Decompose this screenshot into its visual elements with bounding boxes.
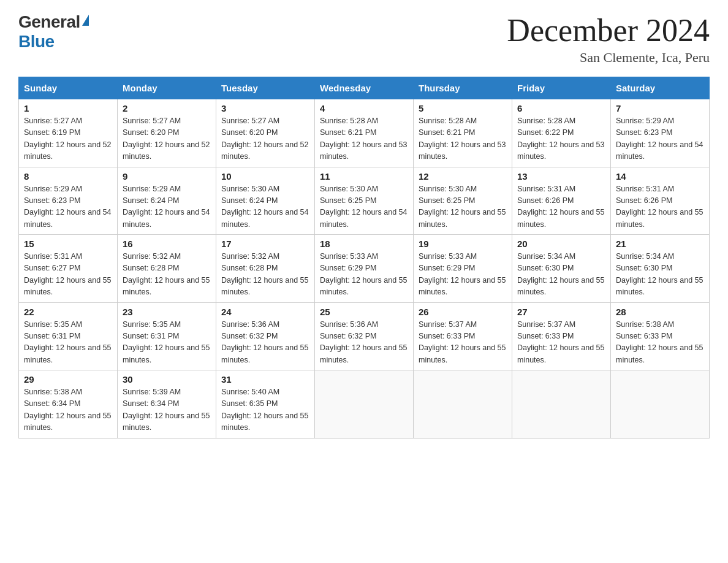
day-number: 22 xyxy=(24,307,112,317)
day-number: 5 xyxy=(419,103,507,113)
calendar-week-row: 8Sunrise: 5:29 AMSunset: 6:23 PMDaylight… xyxy=(19,167,710,235)
table-row: 5Sunrise: 5:28 AMSunset: 6:21 PMDaylight… xyxy=(414,99,512,167)
day-number: 24 xyxy=(221,307,309,317)
day-info: Sunrise: 5:28 AMSunset: 6:22 PMDaylight:… xyxy=(517,115,605,163)
col-saturday: Saturday xyxy=(611,77,710,99)
day-info: Sunrise: 5:30 AMSunset: 6:25 PMDaylight:… xyxy=(320,183,408,231)
table-row: 25Sunrise: 5:36 AMSunset: 6:32 PMDayligh… xyxy=(315,302,414,370)
day-number: 19 xyxy=(419,239,507,249)
table-row: 26Sunrise: 5:37 AMSunset: 6:33 PMDayligh… xyxy=(414,302,512,370)
day-info: Sunrise: 5:31 AMSunset: 6:26 PMDaylight:… xyxy=(517,183,605,231)
location-title: San Clemente, Ica, Peru xyxy=(507,50,710,66)
logo-triangle-icon xyxy=(82,15,89,26)
table-row: 12Sunrise: 5:30 AMSunset: 6:25 PMDayligh… xyxy=(414,167,512,235)
table-row xyxy=(315,370,414,439)
day-number: 28 xyxy=(616,307,704,317)
calendar-header-row: Sunday Monday Tuesday Wednesday Thursday… xyxy=(19,77,710,99)
day-info: Sunrise: 5:32 AMSunset: 6:28 PMDaylight:… xyxy=(221,251,309,299)
day-info: Sunrise: 5:29 AMSunset: 6:24 PMDaylight:… xyxy=(123,183,211,231)
day-number: 26 xyxy=(419,307,507,317)
day-number: 10 xyxy=(221,171,309,182)
table-row: 6Sunrise: 5:28 AMSunset: 6:22 PMDaylight… xyxy=(512,99,611,167)
calendar-week-row: 15Sunrise: 5:31 AMSunset: 6:27 PMDayligh… xyxy=(19,235,710,303)
table-row: 31Sunrise: 5:40 AMSunset: 6:35 PMDayligh… xyxy=(216,370,315,439)
day-info: Sunrise: 5:31 AMSunset: 6:26 PMDaylight:… xyxy=(616,183,704,231)
day-number: 31 xyxy=(221,374,309,385)
table-row: 11Sunrise: 5:30 AMSunset: 6:25 PMDayligh… xyxy=(315,167,414,235)
table-row: 4Sunrise: 5:28 AMSunset: 6:21 PMDaylight… xyxy=(315,99,414,167)
table-row: 24Sunrise: 5:36 AMSunset: 6:32 PMDayligh… xyxy=(216,302,315,370)
day-info: Sunrise: 5:27 AMSunset: 6:19 PMDaylight:… xyxy=(24,115,112,163)
day-info: Sunrise: 5:30 AMSunset: 6:25 PMDaylight:… xyxy=(419,183,507,231)
table-row xyxy=(512,370,611,439)
day-number: 21 xyxy=(616,239,704,249)
table-row: 8Sunrise: 5:29 AMSunset: 6:23 PMDaylight… xyxy=(19,167,118,235)
day-info: Sunrise: 5:31 AMSunset: 6:27 PMDaylight:… xyxy=(24,251,112,299)
day-number: 3 xyxy=(221,103,309,113)
col-thursday: Thursday xyxy=(414,77,512,99)
table-row: 3Sunrise: 5:27 AMSunset: 6:20 PMDaylight… xyxy=(216,99,315,167)
day-number: 2 xyxy=(123,103,211,113)
day-info: Sunrise: 5:27 AMSunset: 6:20 PMDaylight:… xyxy=(221,115,309,163)
day-number: 7 xyxy=(616,103,704,113)
day-info: Sunrise: 5:36 AMSunset: 6:32 PMDaylight:… xyxy=(320,319,408,367)
calendar-week-row: 1Sunrise: 5:27 AMSunset: 6:19 PMDaylight… xyxy=(19,99,710,167)
day-info: Sunrise: 5:32 AMSunset: 6:28 PMDaylight:… xyxy=(123,251,211,299)
day-info: Sunrise: 5:34 AMSunset: 6:30 PMDaylight:… xyxy=(616,251,704,299)
day-info: Sunrise: 5:33 AMSunset: 6:29 PMDaylight:… xyxy=(320,251,408,299)
calendar-table: Sunday Monday Tuesday Wednesday Thursday… xyxy=(18,77,710,439)
day-number: 30 xyxy=(123,374,211,385)
day-info: Sunrise: 5:36 AMSunset: 6:32 PMDaylight:… xyxy=(221,319,309,367)
day-info: Sunrise: 5:35 AMSunset: 6:31 PMDaylight:… xyxy=(24,319,112,367)
day-number: 27 xyxy=(517,307,605,317)
day-number: 6 xyxy=(517,103,605,113)
table-row: 29Sunrise: 5:38 AMSunset: 6:34 PMDayligh… xyxy=(19,370,118,439)
table-row: 19Sunrise: 5:33 AMSunset: 6:29 PMDayligh… xyxy=(414,235,512,303)
table-row: 2Sunrise: 5:27 AMSunset: 6:20 PMDaylight… xyxy=(118,99,216,167)
table-row: 14Sunrise: 5:31 AMSunset: 6:26 PMDayligh… xyxy=(611,167,710,235)
day-info: Sunrise: 5:35 AMSunset: 6:31 PMDaylight:… xyxy=(123,319,211,367)
table-row xyxy=(611,370,710,439)
table-row: 27Sunrise: 5:37 AMSunset: 6:33 PMDayligh… xyxy=(512,302,611,370)
day-info: Sunrise: 5:40 AMSunset: 6:35 PMDaylight:… xyxy=(221,386,309,434)
col-tuesday: Tuesday xyxy=(216,77,315,99)
day-number: 4 xyxy=(320,103,408,113)
day-info: Sunrise: 5:28 AMSunset: 6:21 PMDaylight:… xyxy=(419,115,507,163)
table-row: 13Sunrise: 5:31 AMSunset: 6:26 PMDayligh… xyxy=(512,167,611,235)
table-row: 21Sunrise: 5:34 AMSunset: 6:30 PMDayligh… xyxy=(611,235,710,303)
table-row: 15Sunrise: 5:31 AMSunset: 6:27 PMDayligh… xyxy=(19,235,118,303)
logo: General Blue xyxy=(18,12,89,52)
day-info: Sunrise: 5:29 AMSunset: 6:23 PMDaylight:… xyxy=(616,115,704,163)
day-info: Sunrise: 5:34 AMSunset: 6:30 PMDaylight:… xyxy=(517,251,605,299)
day-number: 11 xyxy=(320,171,408,182)
day-number: 16 xyxy=(123,239,211,249)
day-number: 9 xyxy=(123,171,211,182)
day-info: Sunrise: 5:38 AMSunset: 6:33 PMDaylight:… xyxy=(616,319,704,367)
table-row: 20Sunrise: 5:34 AMSunset: 6:30 PMDayligh… xyxy=(512,235,611,303)
day-info: Sunrise: 5:30 AMSunset: 6:24 PMDaylight:… xyxy=(221,183,309,231)
day-number: 18 xyxy=(320,239,408,249)
calendar-week-row: 22Sunrise: 5:35 AMSunset: 6:31 PMDayligh… xyxy=(19,302,710,370)
day-number: 23 xyxy=(123,307,211,317)
table-row: 16Sunrise: 5:32 AMSunset: 6:28 PMDayligh… xyxy=(118,235,216,303)
table-row: 28Sunrise: 5:38 AMSunset: 6:33 PMDayligh… xyxy=(611,302,710,370)
day-info: Sunrise: 5:37 AMSunset: 6:33 PMDaylight:… xyxy=(419,319,507,367)
table-row: 17Sunrise: 5:32 AMSunset: 6:28 PMDayligh… xyxy=(216,235,315,303)
table-row: 7Sunrise: 5:29 AMSunset: 6:23 PMDaylight… xyxy=(611,99,710,167)
calendar-week-row: 29Sunrise: 5:38 AMSunset: 6:34 PMDayligh… xyxy=(19,370,710,439)
day-number: 12 xyxy=(419,171,507,182)
table-row: 1Sunrise: 5:27 AMSunset: 6:19 PMDaylight… xyxy=(19,99,118,167)
col-sunday: Sunday xyxy=(19,77,118,99)
day-info: Sunrise: 5:37 AMSunset: 6:33 PMDaylight:… xyxy=(517,319,605,367)
table-row: 9Sunrise: 5:29 AMSunset: 6:24 PMDaylight… xyxy=(118,167,216,235)
logo-general-text: General xyxy=(18,12,80,32)
day-info: Sunrise: 5:33 AMSunset: 6:29 PMDaylight:… xyxy=(419,251,507,299)
day-info: Sunrise: 5:39 AMSunset: 6:34 PMDaylight:… xyxy=(123,386,211,434)
day-number: 15 xyxy=(24,239,112,249)
col-monday: Monday xyxy=(118,77,216,99)
day-info: Sunrise: 5:38 AMSunset: 6:34 PMDaylight:… xyxy=(24,386,112,434)
col-wednesday: Wednesday xyxy=(315,77,414,99)
day-number: 17 xyxy=(221,239,309,249)
day-number: 25 xyxy=(320,307,408,317)
table-row xyxy=(414,370,512,439)
